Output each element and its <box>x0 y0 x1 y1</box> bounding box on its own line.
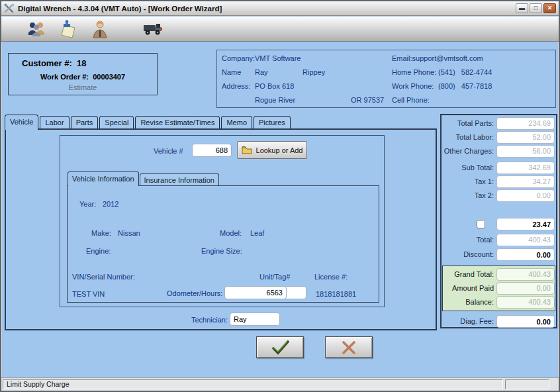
total-labor-field: 52.00 <box>496 131 555 144</box>
license-label: License #: <box>314 273 348 281</box>
grand-total-field: 400.43 <box>496 268 555 281</box>
balance-label: Balance: <box>441 298 494 306</box>
tab-insurance-information[interactable]: Insurance Information <box>140 173 219 185</box>
diag-fee-input[interactable] <box>496 315 555 328</box>
tax1-field: 34.27 <box>496 175 555 188</box>
vehicle-info-tab-bar: Vehicle Information Insurance Informatio… <box>68 172 220 185</box>
close-button[interactable]: ✕ <box>543 3 556 13</box>
total-label: Total: <box>441 236 494 244</box>
x-icon <box>339 340 359 355</box>
diag-fee-label: Diag. Fee: <box>441 317 494 325</box>
ok-button[interactable] <box>256 336 304 358</box>
wrench-tools-icon <box>4 3 15 14</box>
amount-paid-label: Amount Paid <box>441 284 494 292</box>
tab-revise-estimate-times[interactable]: Revise Estimate/Times <box>135 116 220 128</box>
license-value: 1818181881 <box>316 290 356 298</box>
tab-memo[interactable]: Memo <box>221 116 252 128</box>
other-charges-field: 56.00 <box>496 145 555 158</box>
grand-total-label: Grand Total: <box>441 270 494 278</box>
state-zip: OR 97537 <box>351 96 384 104</box>
order-status-label: Estimate <box>9 83 157 91</box>
year-value: 2012 <box>103 200 118 208</box>
status-message: Limit Supply Charge <box>3 379 503 389</box>
company-value: VMT Software <box>255 54 301 62</box>
app-window: Digital Wrench - 4.3.04 (VMT Auto) - [Wo… <box>0 0 560 392</box>
odometer-input[interactable] <box>224 286 287 299</box>
address-value: PO Box 618 <box>255 82 294 90</box>
vehicle-number-label: Vehicle # <box>154 147 183 155</box>
lookup-or-add-button[interactable]: Lookup or Add <box>237 141 307 159</box>
tax2-field: 0.00 <box>496 189 555 202</box>
home-phone-value: (541) 582-4744 <box>438 68 492 76</box>
work-order-line: Work Order #: 00003407 <box>9 73 157 81</box>
technician-input[interactable] <box>230 313 280 326</box>
make-value: Nissan <box>118 229 140 237</box>
supply-charge-checkbox[interactable] <box>477 220 485 228</box>
work-phone-label: Work Phone: <box>392 82 434 90</box>
other-charges-label: Other Charges: <box>441 147 494 155</box>
total-labor-label: Total Labor: <box>441 133 494 141</box>
engine-label: Engine: <box>86 247 111 255</box>
tab-labor[interactable]: Labor <box>40 116 69 128</box>
checkmark-icon <box>268 340 292 356</box>
status-panel-right <box>505 379 549 389</box>
city-value: Rogue River <box>255 96 295 104</box>
engine-size-label: Engine Size: <box>201 247 242 255</box>
last-name: Rippey <box>303 68 325 76</box>
sub-total-field: 342.69 <box>496 162 555 174</box>
address-label: Address: <box>222 82 250 90</box>
customer-summary-box: Customer #: 18 Work Order #: 00003407 Es… <box>8 53 158 95</box>
customer-number-value: 18 <box>77 58 86 68</box>
model-label: Model: <box>220 229 242 237</box>
vin-label: VIN/Serial Number: <box>72 273 135 281</box>
email-value: support@vmtsoft.com <box>412 54 483 62</box>
unit-tag-label: Unit/Tag# <box>259 273 290 281</box>
total-parts-label: Total Parts: <box>441 119 494 127</box>
company-label: Company: <box>222 54 255 62</box>
tab-vehicle[interactable]: Vehicle <box>5 115 38 130</box>
tab-pictures[interactable]: Pictures <box>254 116 291 128</box>
technician-label: Technician: <box>191 316 228 324</box>
model-value: Leaf <box>250 229 264 237</box>
estimate-stamp-icon[interactable] <box>57 19 79 39</box>
vin-value: TEST VIN <box>72 290 105 298</box>
title-bar: Digital Wrench - 4.3.04 (VMT Auto) - [Wo… <box>1 1 559 16</box>
name-label: Name <box>222 68 241 76</box>
work-order-value: 00003407 <box>93 73 125 81</box>
year-label: Year: <box>79 200 96 208</box>
make-label: Make: <box>91 229 111 237</box>
sub-total-label: Sub Total: <box>441 164 494 172</box>
discount-input[interactable] <box>496 248 555 261</box>
minimize-button[interactable]: ▬ <box>516 3 528 13</box>
status-bar: Limit Supply Charge <box>1 377 559 391</box>
tab-parts[interactable]: Parts <box>71 116 99 128</box>
tab-special[interactable]: Special <box>99 116 134 128</box>
amount-paid-field: 0.00 <box>496 282 555 295</box>
tax2-label: Tax 2: <box>441 191 494 199</box>
work-phone-value: (800) 457-7818 <box>438 82 492 90</box>
vehicle-number-input[interactable] <box>192 144 232 157</box>
lookup-or-add-label: Lookup or Add <box>256 146 303 154</box>
balance-field: 400.43 <box>496 296 555 309</box>
cell-phone-label: Cell Phone: <box>392 96 430 104</box>
work-order-label: Work Order #: <box>40 73 89 81</box>
customers-icon[interactable] <box>25 19 48 39</box>
customer-number-line: Customer #: 18 <box>22 58 87 68</box>
cancel-button[interactable] <box>325 336 373 358</box>
wizard-tab-bar: Vehicle Labor Parts Special Revise Estim… <box>5 115 292 128</box>
tax1-label: Tax 1: <box>441 177 494 185</box>
first-name: Ray <box>255 68 268 76</box>
supply-charge-input[interactable] <box>496 218 555 230</box>
tab-vehicle-information[interactable]: Vehicle Information <box>68 172 139 186</box>
maximize-button[interactable]: □ <box>530 3 542 13</box>
odometer-label: Odometer/Hours: <box>167 289 222 297</box>
folder-icon <box>242 146 252 154</box>
email-line: Email:support@vmtsoft.com <box>392 54 483 62</box>
technician-icon[interactable] <box>89 19 111 39</box>
email-label: Email: <box>392 54 412 62</box>
home-phone-label: Home Phone: <box>392 68 436 76</box>
total-parts-field: 234.69 <box>496 117 555 130</box>
discount-label: Discount: <box>441 250 494 258</box>
vehicle-truck-icon[interactable] <box>142 19 164 39</box>
total-field: 400.43 <box>496 234 555 246</box>
